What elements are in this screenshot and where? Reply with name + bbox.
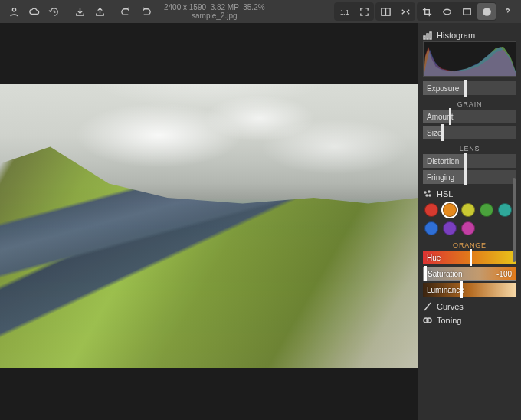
undo-icon[interactable]	[116, 3, 135, 20]
hsl-swatch-aqua[interactable]	[498, 203, 512, 217]
luminance-slider[interactable]: Luminance	[423, 283, 516, 297]
adjustments-panel: Histogram Exposure GRAIN	[418, 23, 521, 420]
svg-point-13	[426, 195, 428, 196]
rect-mask-icon[interactable]	[457, 3, 476, 20]
megapixels-label: 3.82 MP	[211, 3, 239, 11]
hsl-title: HSL	[437, 189, 453, 199]
fullscreen-icon[interactable]	[355, 3, 373, 20]
grain-amount-slider[interactable]: Amount	[423, 110, 516, 123]
hsl-section[interactable]: HSL	[423, 186, 516, 200]
saturation-value: -100	[496, 270, 512, 278]
help-icon[interactable]	[498, 3, 516, 20]
hue-slider[interactable]: Hue	[423, 251, 516, 264]
svg-point-14	[429, 195, 431, 196]
fringing-label: Fringing	[427, 173, 454, 182]
hsl-swatch-red[interactable]	[424, 203, 438, 217]
histogram-title: Histogram	[437, 31, 475, 40]
hsl-swatch-blue[interactable]	[424, 221, 438, 235]
profile-icon[interactable]	[5, 3, 23, 20]
histogram-display[interactable]	[423, 41, 516, 77]
toning-title: Toning	[437, 316, 461, 325]
cloud-icon[interactable]	[25, 3, 43, 20]
lens-group-title: LENS	[423, 142, 516, 154]
svg-rect-5	[463, 8, 470, 15]
curves-title: Curves	[437, 302, 464, 311]
hsl-swatch-yellow[interactable]	[461, 203, 475, 217]
svg-point-16	[427, 318, 431, 323]
svg-point-4	[443, 9, 450, 15]
compare-toggle-icon[interactable]	[396, 3, 415, 20]
export-icon[interactable]	[90, 3, 109, 20]
crop-icon[interactable]	[418, 3, 436, 20]
hsl-swatch-purple[interactable]	[443, 221, 457, 235]
filename-label: sample_2.jpg	[192, 11, 237, 20]
top-toolbar: 2400 x 1590 3.82 MP 35.2% sample_2.jpg 1…	[0, 0, 521, 23]
grain-group-title: GRAIN	[423, 97, 516, 110]
svg-text:1:1: 1:1	[339, 8, 349, 16]
redo-icon[interactable]	[136, 3, 155, 20]
svg-rect-9	[427, 34, 428, 39]
history-icon[interactable]	[44, 3, 63, 20]
zoom-label: 35.2%	[243, 3, 264, 11]
hsl-swatch-green[interactable]	[480, 203, 493, 217]
hsl-swatch-magenta[interactable]	[461, 221, 475, 235]
saturation-slider[interactable]: Saturation -100	[423, 267, 516, 281]
import-icon[interactable]	[70, 3, 89, 20]
svg-rect-10	[430, 32, 431, 39]
svg-point-0	[12, 8, 15, 11]
grain-size-slider[interactable]: Size	[423, 126, 516, 139]
svg-rect-8	[424, 36, 425, 39]
luminance-label: Luminance	[427, 286, 464, 294]
hue-label: Hue	[427, 254, 441, 262]
curves-section[interactable]: Curves	[423, 299, 516, 313]
exposure-slider[interactable]: Exposure	[423, 81, 516, 95]
zoom-actual-icon[interactable]: 1:1	[335, 3, 353, 20]
histogram-section[interactable]: Histogram	[423, 28, 516, 41]
image-info: 2400 x 1590 3.82 MP 35.2% sample_2.jpg	[156, 3, 273, 20]
adjust-panel-icon[interactable]	[477, 3, 496, 20]
svg-point-12	[428, 191, 430, 192]
fringing-slider[interactable]: Fringing	[423, 170, 516, 184]
dimensions-label: 2400 x 1590	[164, 3, 206, 11]
toning-section[interactable]: Toning	[423, 313, 516, 326]
grain-size-label: Size	[427, 129, 441, 137]
svg-point-11	[424, 192, 426, 193]
image-canvas[interactable]	[0, 23, 418, 420]
hsl-color-swatches	[423, 200, 516, 238]
exposure-label: Exposure	[427, 84, 459, 93]
hsl-swatch-orange[interactable]	[443, 203, 457, 217]
distortion-slider[interactable]: Distortion	[423, 154, 516, 168]
saturation-label: Saturation	[428, 270, 463, 278]
photo-preview	[0, 84, 418, 368]
distortion-label: Distortion	[427, 157, 459, 166]
compare-split-icon[interactable]	[376, 3, 395, 20]
ellipse-mask-icon[interactable]	[437, 3, 456, 20]
